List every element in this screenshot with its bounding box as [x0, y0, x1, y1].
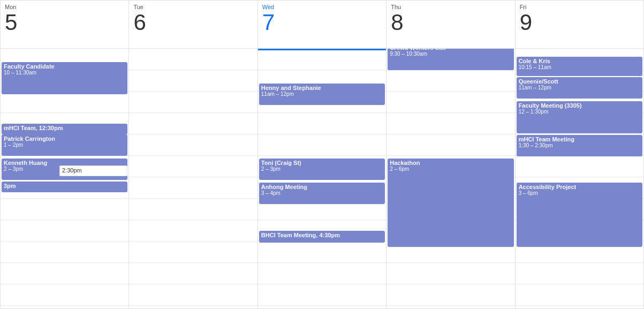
event-mhci-team[interactable]: mHCI Team, 12:30pm [2, 124, 127, 134]
event-title-patrick-carrington: Patrick Carrington [4, 135, 125, 142]
event-time-mhci-team-meeting: 1:30 – 2:30pm [519, 142, 640, 148]
event-title-3pm-block: 3pm [4, 183, 125, 189]
day-body-wed[interactable]: Henny and Stephanie11am – 12pmToni (Crai… [258, 49, 386, 308]
time-slot [129, 70, 257, 92]
time-slot [387, 113, 514, 134]
event-toni-craig[interactable]: Toni (Craig St)2 – 3pm [259, 159, 385, 180]
time-slot [1, 220, 128, 242]
day-name-tue: Tue [133, 4, 253, 10]
time-slot [129, 92, 257, 113]
event-time-patrick-carrington: 1 – 2pm [4, 142, 125, 148]
event-title-accessibility-project: Accessibility Project [519, 184, 640, 190]
time-slot [129, 242, 257, 263]
event-title-mhci-team-meeting: mHCI Team Meeting [519, 136, 640, 142]
event-crowd-workers[interactable]: Crowd Workers Call9:30 – 10:30am [388, 49, 513, 70]
time-slot [1, 263, 128, 284]
event-time-toni-craig: 2 – 3pm [261, 166, 383, 172]
event-title-faculty-meeting: Faculty Meeting (3305) [519, 102, 640, 109]
day-name-thu: Thu [391, 4, 510, 10]
event-faculty-candidate[interactable]: Faculty Candidate10 – 11:30am [2, 62, 127, 94]
time-slot [129, 284, 257, 306]
sub-event-sub-230[interactable]: 2:30pm [59, 165, 127, 176]
event-time-crowd-workers: 9:30 – 10:30am [390, 51, 511, 57]
time-slot [129, 113, 257, 134]
time-slot [258, 263, 386, 284]
time-slot [387, 134, 514, 156]
event-title-cole-kris: Cole & Kris [519, 58, 640, 64]
time-slot [129, 199, 257, 220]
time-slot [129, 156, 257, 177]
day-header-thu: Thu8 [387, 1, 514, 49]
time-slot [129, 220, 257, 242]
day-name-wed: Wed [262, 4, 382, 10]
time-indicator [258, 49, 386, 50]
time-slot [258, 113, 386, 134]
time-slot [258, 49, 386, 70]
day-header-mon: Mon5 [1, 1, 128, 49]
event-title-bhci-team: BHCI Team Meeting, 4:30pm [261, 232, 383, 238]
event-3pm-block[interactable]: 3pm [2, 182, 127, 192]
day-col-mon: Mon5Faculty Candidate10 – 11:30ammHCI Te… [1, 1, 129, 308]
event-henny-stephanie[interactable]: Henny and Stephanie11am – 12pm [259, 84, 385, 105]
day-header-tue: Tue6 [129, 1, 257, 49]
event-title-anhong-meeting: Anhong Meeting [261, 184, 383, 190]
event-mhci-team-meeting[interactable]: mHCI Team Meeting1:30 – 2:30pm [517, 135, 642, 156]
day-number-thu: 8 [391, 10, 510, 35]
event-faculty-meeting[interactable]: Faculty Meeting (3305)12 – 1:30pm [517, 101, 642, 133]
day-number-wed: 7 [262, 10, 382, 35]
time-slot [387, 70, 514, 92]
time-slot [387, 263, 514, 284]
event-time-henny-stephanie: 11am – 12pm [261, 91, 383, 97]
time-slot [129, 177, 257, 199]
event-time-queenie-scott: 11am – 12pm [519, 85, 640, 91]
time-slot [258, 134, 386, 156]
day-body-tue[interactable] [129, 49, 257, 308]
event-time-anhong-meeting: 3 – 4pm [261, 190, 383, 196]
time-slot [258, 284, 386, 306]
event-cole-kris[interactable]: Cole & Kris10:15 – 11am [517, 57, 642, 76]
event-time-faculty-meeting: 12 – 1:30pm [519, 109, 640, 115]
event-title-hackathon: Hackathon [390, 160, 511, 166]
time-slot [1, 92, 128, 113]
time-slot [516, 156, 643, 177]
time-slot [258, 242, 386, 263]
event-title-queenie-scott: Queenie/Scott [519, 78, 640, 85]
day-col-tue: Tue6 [129, 1, 257, 308]
event-queenie-scott[interactable]: Queenie/Scott11am – 12pm [517, 77, 642, 99]
day-name-mon: Mon [5, 4, 124, 10]
event-time-hackathon: 2 – 6pm [390, 166, 511, 172]
event-accessibility-project[interactable]: Accessibility Project3 – 6pm [517, 183, 642, 247]
day-number-mon: 5 [5, 10, 124, 35]
event-bhci-team[interactable]: BHCI Team Meeting, 4:30pm [259, 231, 385, 243]
event-time-cole-kris: 10:15 – 11am [519, 64, 640, 70]
day-header-fri: Fri9 [516, 1, 643, 49]
time-slot [129, 134, 257, 156]
time-slot [129, 263, 257, 284]
calendar-week-view: Mon5Faculty Candidate10 – 11:30ammHCI Te… [0, 0, 644, 309]
time-slot [516, 284, 643, 306]
event-patrick-carrington[interactable]: Patrick Carrington1 – 2pm [2, 134, 127, 156]
event-time-faculty-candidate: 10 – 11:30am [4, 70, 125, 76]
day-body-mon[interactable]: Faculty Candidate10 – 11:30ammHCI Team, … [1, 49, 128, 308]
day-body-fri[interactable]: Cole & Kris10:15 – 11amQueenie/Scott11am… [516, 49, 643, 308]
day-col-thu: Thu8Crowd Workers Call9:30 – 10:30amHack… [387, 1, 515, 308]
time-slot [1, 199, 128, 220]
time-slot [129, 49, 257, 70]
time-slot [387, 92, 514, 113]
day-col-fri: Fri9Cole & Kris10:15 – 11amQueenie/Scott… [516, 1, 643, 308]
event-time-accessibility-project: 3 – 6pm [519, 190, 640, 196]
day-number-tue: 6 [133, 10, 253, 35]
event-title-toni-craig: Toni (Craig St) [261, 160, 383, 166]
day-number-fri: 9 [520, 10, 639, 35]
time-slot [1, 242, 128, 263]
time-slot [387, 284, 514, 306]
event-anhong-meeting[interactable]: Anhong Meeting3 – 4pm [259, 183, 385, 204]
event-hackathon[interactable]: Hackathon2 – 6pm [388, 159, 513, 247]
day-header-wed: Wed7 [258, 1, 386, 49]
day-name-fri: Fri [520, 4, 639, 10]
event-title-mhci-team: mHCI Team, 12:30pm [4, 125, 125, 131]
event-title-faculty-candidate: Faculty Candidate [4, 63, 125, 70]
time-slot [516, 263, 643, 284]
day-body-thu[interactable]: Crowd Workers Call9:30 – 10:30amHackatho… [387, 49, 514, 308]
event-title-henny-stephanie: Henny and Stephanie [261, 85, 383, 91]
